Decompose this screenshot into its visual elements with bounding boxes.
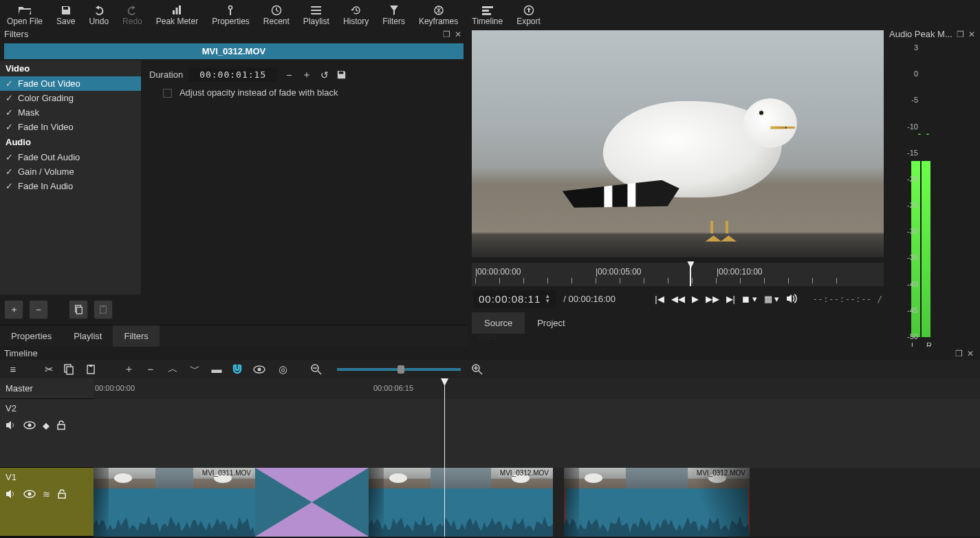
hide-icon[interactable] xyxy=(23,420,36,431)
filter-item[interactable]: ✓Fade Out Audio xyxy=(0,150,141,164)
filter-item[interactable]: ✓Fade In Audio xyxy=(0,179,141,193)
opacity-label: Adjust opacity instead of fade with blac… xyxy=(179,87,338,98)
mute-icon[interactable] xyxy=(6,489,17,499)
timeline-clip[interactable]: MVI_0311.MOV xyxy=(94,468,255,537)
add-filter-button[interactable]: ＋ xyxy=(4,300,23,319)
svg-rect-36 xyxy=(58,493,65,498)
properties-button[interactable]: Properties xyxy=(205,3,257,28)
tab-source[interactable]: Source xyxy=(472,312,525,334)
opacity-option[interactable]: Adjust opacity instead of fade with blac… xyxy=(149,87,459,98)
composite-icon[interactable]: ◆ xyxy=(43,420,50,431)
filters-button[interactable]: Filters xyxy=(375,3,412,28)
filter-item[interactable]: ✓Fade In Video xyxy=(0,120,141,134)
zoom-handle[interactable] xyxy=(398,365,404,374)
play-icon[interactable]: ▶ xyxy=(692,294,699,304)
lock-icon[interactable] xyxy=(56,420,66,431)
overwrite-icon[interactable]: ﹀ xyxy=(187,363,202,376)
volume-icon[interactable] xyxy=(786,294,797,303)
zoom-in-icon[interactable] xyxy=(472,364,487,375)
rewind-icon[interactable]: ◀◀ xyxy=(671,294,685,304)
cut-icon[interactable]: ✂ xyxy=(41,363,56,376)
mute-icon[interactable] xyxy=(6,420,17,431)
snap-icon[interactable] xyxy=(231,363,246,376)
track-head-master[interactable]: Master xyxy=(0,378,94,399)
duration-label: Duration xyxy=(149,69,183,80)
timeline-playhead[interactable] xyxy=(444,378,445,537)
plus-icon[interactable]: ＋ xyxy=(301,69,313,81)
zoom-out-icon[interactable] xyxy=(311,364,326,375)
split-icon[interactable]: ▬ xyxy=(209,363,224,375)
paste-icon[interactable] xyxy=(85,364,100,375)
timeline-clip[interactable]: MVI_0312.MOV xyxy=(369,468,553,537)
popout-icon[interactable]: ❐ xyxy=(953,349,965,358)
tab-filters[interactable]: Filters xyxy=(113,325,159,347)
history-button[interactable]: History xyxy=(336,3,375,28)
current-timecode[interactable]: 00:00:08:11 ▲▼ xyxy=(473,290,556,308)
append-icon[interactable]: ＋ xyxy=(121,363,136,376)
meter-scale-label: -35 xyxy=(907,253,918,261)
svg-rect-15 xyxy=(76,308,82,314)
reset-icon[interactable]: ↺ xyxy=(318,69,331,80)
skip-start-icon[interactable]: |◀ xyxy=(655,294,664,304)
minus-icon[interactable]: − xyxy=(283,69,295,80)
undo-button[interactable]: Undo xyxy=(82,3,116,28)
export-button[interactable]: Export xyxy=(510,3,547,28)
timeline-button[interactable]: Timeline xyxy=(465,3,510,28)
track-v2-lane[interactable] xyxy=(94,399,980,468)
recent-button[interactable]: Recent xyxy=(257,3,296,28)
video-preview[interactable] xyxy=(472,30,884,257)
filter-item[interactable]: ✓Fade Out Video xyxy=(0,76,141,91)
playlist-button[interactable]: Playlist xyxy=(296,3,336,28)
tab-project[interactable]: Project xyxy=(525,312,577,334)
timeline-transition[interactable] xyxy=(255,468,369,537)
lift-icon[interactable]: ︿ xyxy=(165,363,180,376)
filter-item[interactable]: ✓Gain / Volume xyxy=(0,164,141,179)
tab-properties[interactable]: Properties xyxy=(0,325,63,347)
zoom-fit-icon[interactable]: ◼ ▾ xyxy=(742,294,757,304)
remove-filter-button[interactable]: − xyxy=(29,300,48,319)
tab-playlist[interactable]: Playlist xyxy=(63,325,113,347)
track-head-v1[interactable]: V1 ≋ xyxy=(0,468,94,537)
close-icon[interactable]: ✕ xyxy=(453,30,464,39)
popout-icon[interactable]: ❐ xyxy=(955,30,966,39)
keyframes-button[interactable]: Keyframes xyxy=(412,3,465,28)
open-file-button[interactable]: Open File xyxy=(0,3,50,28)
remove-icon[interactable]: − xyxy=(143,363,158,375)
source-tabs: SourceProject xyxy=(472,312,884,334)
copy-filter-button[interactable] xyxy=(69,300,88,319)
close-icon[interactable]: ✕ xyxy=(965,349,976,358)
skip-end-icon[interactable]: ▶| xyxy=(726,294,735,304)
save-button[interactable]: Save xyxy=(50,3,82,28)
svg-rect-10 xyxy=(482,6,493,8)
redo-button[interactable]: Redo xyxy=(116,3,149,28)
tc-down-icon[interactable]: ▼ xyxy=(545,299,551,303)
composite-icon[interactable]: ≋ xyxy=(43,489,50,499)
paste-filter-button[interactable] xyxy=(94,300,113,319)
checkbox-icon[interactable] xyxy=(163,89,172,98)
scrub-icon[interactable] xyxy=(253,365,268,374)
track-head-v2[interactable]: V2 ◆ xyxy=(0,399,94,468)
popout-icon[interactable]: ❐ xyxy=(441,30,453,39)
peak-meter-button[interactable]: Peak Meter xyxy=(149,3,205,28)
timeline-ruler-label: 00:00:00:00 xyxy=(95,384,135,392)
duration-value[interactable]: 00:00:01:15 xyxy=(188,67,277,82)
copy-icon[interactable] xyxy=(63,364,78,375)
close-icon[interactable]: ✕ xyxy=(966,30,977,39)
svg-rect-11 xyxy=(482,10,489,12)
save-preset-icon[interactable] xyxy=(336,69,349,80)
filter-item[interactable]: ✓Color Grading xyxy=(0,91,141,105)
ripple-icon[interactable]: ◎ xyxy=(275,363,290,376)
lock-icon[interactable] xyxy=(57,489,67,499)
filter-item[interactable]: ✓Mask xyxy=(0,105,141,120)
panel-grip[interactable]: :::::: xyxy=(472,334,884,341)
preview-ruler[interactable]: |00:00:00:00|00:00:05:00|00:00:10:00 xyxy=(472,263,884,286)
zoom-slider[interactable] xyxy=(337,368,461,371)
track-v1-lane[interactable]: MVI_0311.MOVMVI_0312.MOVMVI_0312.MOV xyxy=(94,468,980,537)
svg-point-7 xyxy=(311,10,312,11)
hide-icon[interactable] xyxy=(23,489,36,499)
grid-icon[interactable]: ▦ ▾ xyxy=(764,294,780,304)
fast-forward-icon[interactable]: ▶▶ xyxy=(706,294,719,304)
menu-icon[interactable]: ≡ xyxy=(6,363,21,375)
track-body[interactable]: 00:00:00:0000:00:06:15 MVI_0311.MOVMVI_0… xyxy=(94,378,980,538)
timeline-clip[interactable]: MVI_0312.MOV xyxy=(564,468,750,537)
